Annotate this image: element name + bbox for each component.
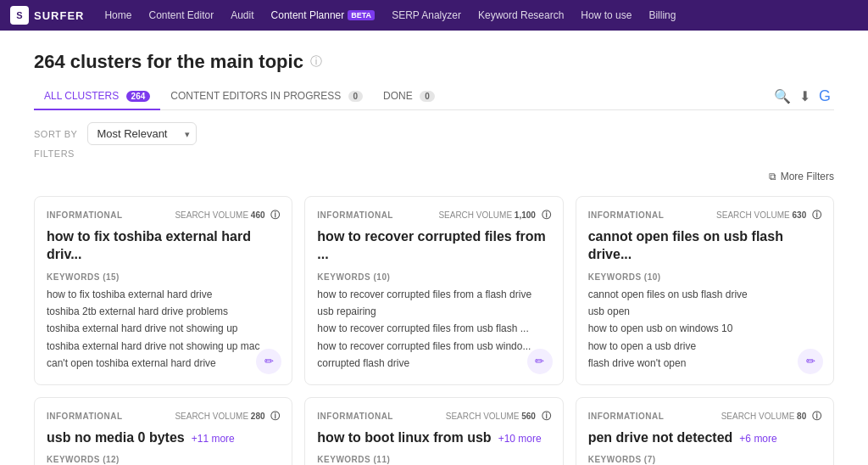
card-title-3: cannot open files on usb flash drive...: [588, 228, 821, 264]
card-volume-2: SEARCH VOLUME 1,100 ⓘ: [438, 209, 550, 221]
nav-home[interactable]: Home: [97, 0, 138, 31]
card-volume-1: SEARCH VOLUME 460 ⓘ: [175, 209, 280, 221]
sort-label: SORT BY: [34, 129, 77, 139]
tab-done[interactable]: DONE 0: [373, 83, 445, 110]
card-keyword-3-1: cannot open files on usb flash drive: [588, 286, 821, 303]
card-keyword-2-2: usb repairing: [317, 303, 550, 320]
nav-serp-analyzer[interactable]: SERP Analyzer: [385, 0, 468, 31]
search-icon[interactable]: 🔍: [774, 88, 791, 104]
all-clusters-badge: 264: [126, 91, 151, 102]
card-keyword-1-2: toshiba 2tb external hard drive problems: [47, 303, 280, 320]
nav-content-editor[interactable]: Content Editor: [142, 0, 220, 31]
card-keyword-2-1: how to recover corrupted files from a fl…: [317, 286, 550, 303]
card-title-row-6: pen drive not detected +6 more: [588, 429, 821, 447]
card-keyword-1-1: how to fix toshiba external hard drive: [47, 286, 280, 303]
card-more-tag-6: +6 more: [739, 433, 776, 445]
more-filters-row: ⧉ More Filters: [34, 165, 834, 189]
card-title-6: pen drive not detected: [588, 429, 733, 447]
card-type-1: INFORMATIONAL: [47, 210, 123, 220]
card-volume-6: SEARCH VOLUME 80 ⓘ: [721, 410, 821, 423]
card-volume-5: SEARCH VOLUME 560 ⓘ: [446, 410, 551, 423]
card-keyword-3-5: flash drive won't open: [588, 355, 821, 372]
surfer-logo-icon: S: [10, 6, 29, 25]
nav-how-to-use[interactable]: How to use: [574, 0, 638, 31]
sort-row: SORT BY Most Relevant Search Volume Alph…: [34, 110, 834, 148]
card-type-5: INFORMATIONAL: [317, 412, 393, 421]
card-volume-4: SEARCH VOLUME 280 ⓘ: [175, 410, 280, 423]
card-title-row-5: how to boot linux from usb +10 more: [317, 429, 550, 447]
card-meta-2: INFORMATIONAL SEARCH VOLUME 1,100 ⓘ: [317, 209, 550, 221]
card-keyword-3-2: usb open: [588, 303, 821, 320]
page-header: 264 clusters for the main topic ⓘ: [34, 31, 834, 83]
card-meta-5: INFORMATIONAL SEARCH VOLUME 560 ⓘ: [317, 410, 550, 423]
nav-logo[interactable]: S SURFER: [10, 6, 84, 25]
card-keyword-2-4: how to recover corrupted files from usb …: [317, 338, 550, 355]
main-content: 264 clusters for the main topic ⓘ ALL CL…: [0, 31, 868, 465]
info-icon[interactable]: ⓘ: [310, 54, 322, 70]
cluster-card-5: INFORMATIONAL SEARCH VOLUME 560 ⓘ how to…: [304, 397, 563, 465]
card-volume-3: SEARCH VOLUME 630 ⓘ: [716, 209, 821, 221]
sort-select[interactable]: Most Relevant Search Volume Alphabetical: [87, 122, 197, 145]
card-edit-button-2[interactable]: ✏: [527, 349, 553, 374]
card-type-3: INFORMATIONAL: [588, 210, 665, 220]
card-keywords-label-1: KEYWORDS (15): [47, 272, 280, 282]
card-keyword-2-3: how to recover corrupted files from usb …: [317, 320, 550, 337]
more-filters-label: More Filters: [781, 171, 834, 182]
card-title-2: how to recover corrupted files from ...: [317, 228, 550, 264]
nav-keyword-research[interactable]: Keyword Research: [471, 0, 570, 31]
more-filters-button[interactable]: ⧉ More Filters: [769, 171, 834, 182]
card-keywords-label-6: KEYWORDS (7): [588, 455, 821, 464]
card-keyword-1-5: can't open toshiba external hard drive: [47, 355, 280, 372]
card-keywords-label-5: KEYWORDS (11): [317, 455, 550, 464]
card-type-4: INFORMATIONAL: [47, 412, 123, 421]
card-title-5: how to boot linux from usb: [317, 429, 491, 447]
cards-grid: INFORMATIONAL SEARCH VOLUME 460 ⓘ how to…: [34, 189, 834, 465]
card-keywords-label-2: KEYWORDS (10): [317, 272, 550, 282]
card-title-row-4: usb no media 0 bytes +11 more: [47, 429, 280, 447]
card-type-6: INFORMATIONAL: [588, 412, 665, 421]
card-type-2: INFORMATIONAL: [317, 210, 393, 220]
card-keywords-label-4: KEYWORDS (12): [47, 455, 280, 464]
filter-icon: ⧉: [769, 171, 776, 182]
surfer-logo-text: SURFER: [34, 9, 84, 22]
navbar: S SURFER Home Content Editor Audit Conte…: [0, 0, 868, 31]
card-keyword-3-3: how to open usb on windows 10: [588, 320, 821, 337]
done-badge: 0: [420, 91, 435, 102]
card-title-1: how to fix toshiba external hard driv...: [47, 228, 280, 264]
card-meta-6: INFORMATIONAL SEARCH VOLUME 80 ⓘ: [588, 410, 821, 423]
tabs-row: ALL CLUSTERS 264 CONTENT EDITORS IN PROG…: [34, 83, 834, 110]
card-more-tag-5: +10 more: [498, 433, 542, 445]
cluster-card-6: INFORMATIONAL SEARCH VOLUME 80 ⓘ pen dri…: [576, 397, 834, 465]
card-meta-3: INFORMATIONAL SEARCH VOLUME 630 ⓘ: [588, 209, 821, 221]
in-progress-badge: 0: [348, 91, 364, 102]
google-icon[interactable]: G: [819, 87, 831, 105]
cluster-card-2: INFORMATIONAL SEARCH VOLUME 1,100 ⓘ how …: [304, 196, 563, 385]
nav-billing[interactable]: Billing: [642, 0, 682, 31]
card-meta-4: INFORMATIONAL SEARCH VOLUME 280 ⓘ: [47, 410, 280, 423]
card-edit-button-1[interactable]: ✏: [256, 349, 281, 374]
card-meta-1: INFORMATIONAL SEARCH VOLUME 460 ⓘ: [47, 209, 280, 221]
beta-badge: BETA: [348, 10, 375, 20]
cluster-card-3: INFORMATIONAL SEARCH VOLUME 630 ⓘ cannot…: [576, 196, 834, 385]
page-title: 264 clusters for the main topic: [34, 51, 303, 73]
nav-audit[interactable]: Audit: [224, 0, 260, 31]
card-keyword-1-3: toshiba external hard drive not showing …: [47, 320, 280, 337]
card-keyword-1-4: toshiba external hard drive not showing …: [47, 338, 280, 355]
filters-label: FILTERS: [34, 148, 834, 165]
card-keywords-label-3: KEYWORDS (10): [588, 272, 821, 282]
download-icon[interactable]: ⬇: [799, 88, 810, 104]
card-keyword-3-4: how to open a usb drive: [588, 338, 821, 355]
card-more-tag-4: +11 more: [192, 433, 235, 445]
card-edit-button-3[interactable]: ✏: [798, 349, 823, 374]
nav-content-planner[interactable]: Content Planner BETA: [264, 0, 382, 31]
cluster-card-1: INFORMATIONAL SEARCH VOLUME 460 ⓘ how to…: [34, 196, 292, 385]
card-keyword-2-5: corrupted flash drive: [317, 355, 550, 372]
tab-in-progress[interactable]: CONTENT EDITORS IN PROGRESS 0: [160, 83, 373, 110]
tab-all-clusters[interactable]: ALL CLUSTERS 264: [34, 83, 160, 110]
card-title-4: usb no media 0 bytes: [47, 429, 185, 447]
tabs-right: 🔍 ⬇ G: [774, 87, 834, 105]
sort-wrapper: Most Relevant Search Volume Alphabetical: [87, 122, 197, 145]
cluster-card-4: INFORMATIONAL SEARCH VOLUME 280 ⓘ usb no…: [34, 397, 292, 465]
tabs-left: ALL CLUSTERS 264 CONTENT EDITORS IN PROG…: [34, 83, 445, 109]
